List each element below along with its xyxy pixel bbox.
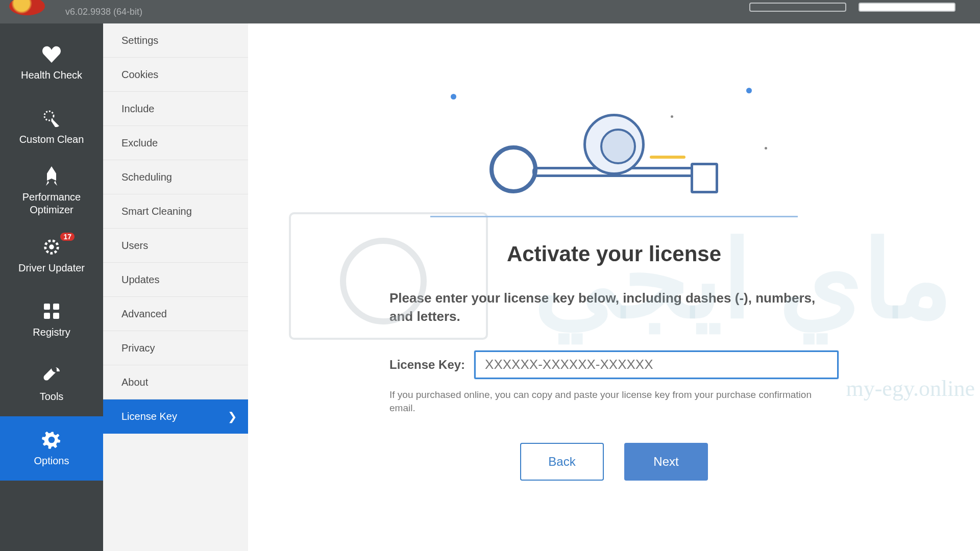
badge-count: 17 bbox=[60, 233, 75, 241]
license-key-input[interactable] bbox=[474, 350, 839, 379]
sub-about[interactable]: About bbox=[103, 365, 248, 399]
button-row: Back Next bbox=[279, 443, 949, 481]
version-label: v6.02.9938 (64-bit) bbox=[65, 7, 142, 17]
sub-label: License Key bbox=[121, 411, 177, 422]
titlebar-button-2[interactable] bbox=[859, 3, 955, 12]
svg-rect-6 bbox=[53, 313, 59, 319]
license-key-row: License Key: bbox=[389, 350, 839, 379]
sidebar-primary: Health Check Custom Clean Performance Op… bbox=[0, 23, 103, 551]
sub-updates[interactable]: Updates bbox=[103, 263, 248, 297]
sub-cookies[interactable]: Cookies bbox=[103, 58, 248, 92]
gear-icon bbox=[42, 430, 61, 449]
hint-text: If you purchased online, you can copy an… bbox=[389, 388, 839, 415]
instruction-text: Please enter your license key below, inc… bbox=[389, 289, 839, 326]
sub-scheduling[interactable]: Scheduling bbox=[103, 160, 248, 194]
svg-rect-3 bbox=[44, 304, 50, 310]
sidebar-secondary: Settings Cookies Include Exclude Schedul… bbox=[103, 23, 248, 551]
sub-privacy[interactable]: Privacy bbox=[103, 331, 248, 365]
nav-label: Driver Updater bbox=[14, 262, 89, 274]
sub-advanced[interactable]: Advanced bbox=[103, 297, 248, 331]
svg-point-7 bbox=[48, 436, 55, 443]
titlebar: v6.02.9938 (64-bit) bbox=[0, 0, 980, 23]
svg-rect-4 bbox=[53, 304, 59, 310]
app-logo-icon bbox=[9, 0, 45, 15]
next-button[interactable]: Next bbox=[624, 443, 708, 481]
broom-gear-icon bbox=[42, 109, 61, 128]
sub-license-key[interactable]: License Key ❯ bbox=[103, 399, 248, 434]
sub-label: Updates bbox=[121, 274, 160, 286]
sub-label: Smart Cleaning bbox=[121, 206, 192, 217]
sub-include[interactable]: Include bbox=[103, 92, 248, 126]
nav-label: Performance Optimizer bbox=[0, 191, 103, 216]
sub-label: Users bbox=[121, 240, 148, 252]
content-area: ماي ايجي my-egy.online Activate your lic… bbox=[248, 23, 980, 551]
sub-settings[interactable]: Settings bbox=[103, 23, 248, 58]
nav-tools[interactable]: Tools bbox=[0, 352, 103, 416]
license-key-label: License Key: bbox=[389, 358, 465, 372]
sub-users[interactable]: Users bbox=[103, 229, 248, 263]
titlebar-button-1[interactable] bbox=[749, 3, 846, 12]
sub-label: Cookies bbox=[121, 69, 158, 81]
wrench-icon bbox=[42, 366, 61, 385]
sub-label: Advanced bbox=[121, 308, 167, 320]
sub-label: About bbox=[121, 377, 148, 388]
watermark-url: my-egy.online bbox=[846, 375, 975, 402]
nav-driver-updater[interactable]: 17 Driver Updater bbox=[0, 223, 103, 288]
gear-refresh-icon bbox=[42, 237, 61, 257]
svg-point-2 bbox=[49, 244, 54, 249]
nav-label: Health Check bbox=[17, 69, 86, 82]
astronaut-key-icon bbox=[578, 114, 650, 216]
nav-health-check[interactable]: Health Check bbox=[0, 31, 103, 95]
nav-registry[interactable]: Registry bbox=[0, 288, 103, 352]
page-heading: Activate your license bbox=[279, 242, 949, 266]
nav-options[interactable]: Options bbox=[0, 416, 103, 481]
sub-label: Include bbox=[121, 103, 155, 115]
sub-label: Scheduling bbox=[121, 171, 172, 183]
svg-rect-5 bbox=[44, 313, 50, 319]
rocket-icon bbox=[42, 166, 61, 186]
heart-icon bbox=[42, 44, 61, 64]
nav-label: Options bbox=[30, 455, 74, 467]
sub-exclude[interactable]: Exclude bbox=[103, 126, 248, 160]
nav-label: Tools bbox=[36, 390, 68, 403]
back-button[interactable]: Back bbox=[520, 443, 604, 481]
grid-icon bbox=[42, 302, 61, 321]
sub-label: Privacy bbox=[121, 342, 155, 354]
sub-label: Settings bbox=[121, 35, 158, 46]
chevron-right-icon: ❯ bbox=[228, 410, 237, 423]
activation-illustration bbox=[430, 74, 798, 217]
nav-performance-optimizer[interactable]: Performance Optimizer bbox=[0, 159, 103, 223]
sub-label: Exclude bbox=[121, 137, 158, 149]
nav-custom-clean[interactable]: Custom Clean bbox=[0, 95, 103, 159]
sub-smart-cleaning[interactable]: Smart Cleaning bbox=[103, 194, 248, 229]
nav-label: Registry bbox=[29, 326, 74, 339]
nav-label: Custom Clean bbox=[15, 133, 88, 146]
